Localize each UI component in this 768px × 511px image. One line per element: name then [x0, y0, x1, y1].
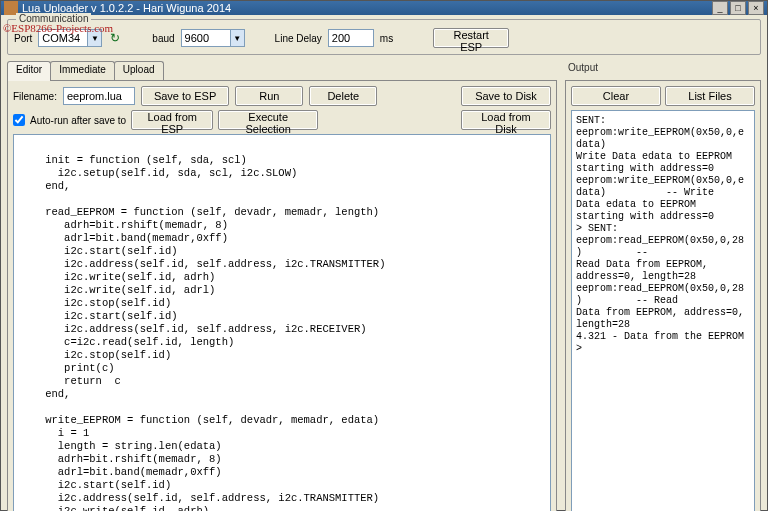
content-area: Communication Port ▼ ↻ baud ▼ Line Delay…	[1, 15, 767, 511]
editor-toolbar-1: Filename: Save to ESP Run Delete Save to…	[13, 86, 551, 106]
load-from-disk-button[interactable]: Load from Disk	[461, 110, 551, 130]
run-button[interactable]: Run	[235, 86, 303, 106]
delay-label: Line Delay	[275, 33, 322, 44]
tab-editor[interactable]: Editor	[7, 61, 51, 81]
output-buttons: Clear List Files	[571, 86, 755, 106]
output-header: Output	[565, 61, 761, 80]
app-window: Lua Uploader v 1.0.2.2 - Hari Wiguna 201…	[0, 0, 768, 511]
delete-button[interactable]: Delete	[309, 86, 377, 106]
editor-toolbar-2: Auto-run after save to Load from ESP Exe…	[13, 110, 551, 130]
baud-label: baud	[152, 33, 174, 44]
filename-input[interactable]	[63, 87, 135, 105]
baud-combo[interactable]: ▼	[181, 29, 245, 47]
comm-row: Port ▼ ↻ baud ▼ Line Delay ms Restart ES…	[14, 28, 754, 48]
save-to-esp-button[interactable]: Save to ESP	[141, 86, 229, 106]
baud-dropdown-icon[interactable]: ▼	[231, 29, 245, 47]
clear-button[interactable]: Clear	[571, 86, 661, 106]
filename-label: Filename:	[13, 91, 57, 102]
communication-group: Communication Port ▼ ↻ baud ▼ Line Delay…	[7, 19, 761, 55]
code-editor[interactable]: init = function (self, sda, scl) i2c.set…	[13, 134, 551, 511]
left-column: Editor Immediate Upload Filename: Save t…	[7, 61, 557, 511]
line-delay-input[interactable]	[328, 29, 374, 47]
window-title: Lua Uploader v 1.0.2.2 - Hari Wiguna 201…	[22, 2, 712, 14]
output-panel: Clear List Files SENT: eeprom:write_EEPR…	[565, 80, 761, 511]
output-legend: Output	[565, 62, 601, 73]
load-from-esp-button[interactable]: Load from ESP	[131, 110, 213, 130]
maximize-button[interactable]: □	[730, 1, 746, 15]
editor-panel: Filename: Save to ESP Run Delete Save to…	[7, 80, 557, 511]
close-button[interactable]: ×	[748, 1, 764, 15]
execute-selection-button[interactable]: Execute Selection	[218, 110, 318, 130]
watermark-text: ©ESP8266-Projects.com	[3, 22, 113, 34]
autorun-label: Auto-run after save to	[30, 115, 126, 126]
title-bar: Lua Uploader v 1.0.2.2 - Hari Wiguna 201…	[1, 1, 767, 15]
right-column: Output Clear List Files SENT: eeprom:wri…	[565, 61, 761, 511]
body-row: Editor Immediate Upload Filename: Save t…	[7, 61, 761, 511]
window-buttons: _ □ ×	[712, 1, 764, 15]
restart-esp-button[interactable]: Restart ESP	[433, 28, 509, 48]
list-files-button[interactable]: List Files	[665, 86, 755, 106]
tab-immediate[interactable]: Immediate	[50, 61, 115, 81]
tabs: Editor Immediate Upload	[7, 61, 557, 81]
autorun-checkbox[interactable]	[13, 114, 25, 126]
ms-label: ms	[380, 33, 393, 44]
output-area[interactable]: SENT: eeprom:write_EEPROM(0x50,0,edata) …	[571, 110, 755, 511]
minimize-button[interactable]: _	[712, 1, 728, 15]
baud-select[interactable]	[181, 29, 231, 47]
port-label: Port	[14, 33, 32, 44]
tab-upload[interactable]: Upload	[114, 61, 164, 81]
save-to-disk-button[interactable]: Save to Disk	[461, 86, 551, 106]
